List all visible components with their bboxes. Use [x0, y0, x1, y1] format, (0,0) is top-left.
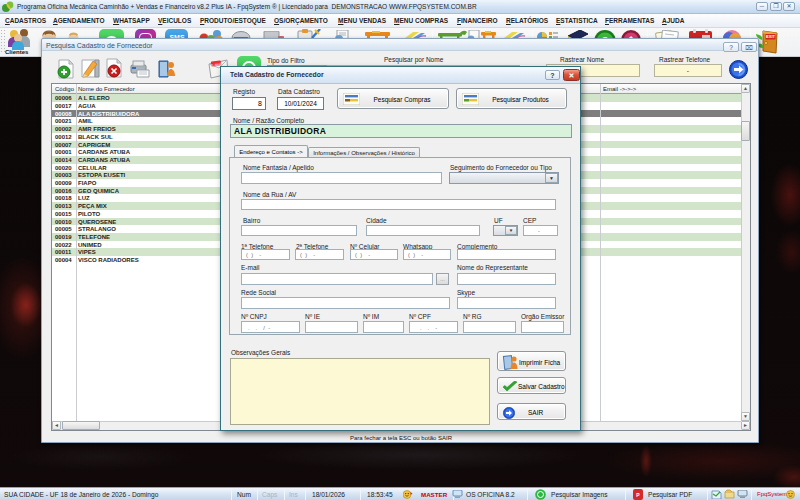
svg-text:EXIT: EXIT [766, 34, 775, 39]
